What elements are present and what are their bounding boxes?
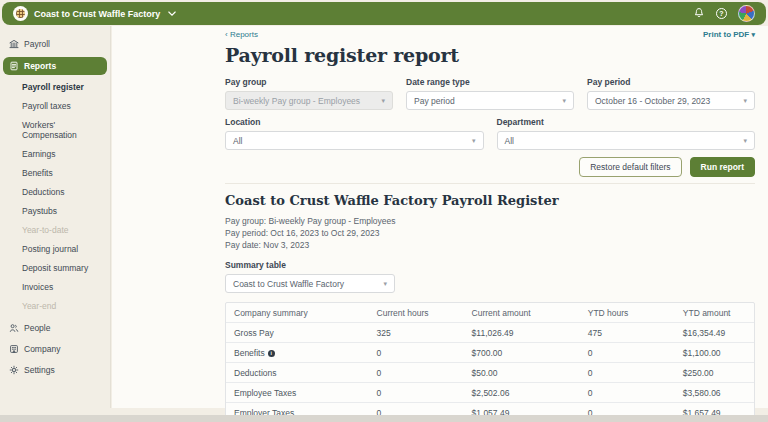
page-title: Payroll register report <box>225 44 755 66</box>
breadcrumb-back-link[interactable]: ‹ Reports <box>225 30 258 39</box>
print-to-pdf-button[interactable]: Print to PDF ▾ <box>703 30 755 39</box>
summary-table-label: Summary table <box>225 260 755 270</box>
sidebar-subitem-payroll-taxes[interactable]: Payroll taxes <box>0 101 110 111</box>
date-range-type-select[interactable]: Pay period ▾ <box>406 91 574 110</box>
register-pay-date: Pay date: Nov 3, 2023 <box>225 239 755 251</box>
sidebar-item-settings[interactable]: Settings <box>0 362 110 378</box>
help-icon[interactable]: ? <box>716 8 727 19</box>
filter-actions: Restore default filters Run report <box>225 157 755 177</box>
caret-down-icon: ▾ <box>383 280 387 288</box>
table-row-benefits: Benefitsi 0 $700.00 0 $1,100.00 <box>226 343 754 363</box>
table-row-employee-taxes: Employee Taxes 0 $2,502.06 0 $3,580.06 <box>226 383 754 403</box>
col-company-summary: Company summary <box>226 303 369 323</box>
sidebar-item-people[interactable]: People <box>0 320 110 336</box>
sidebar-subitem-posting-journal[interactable]: Posting journal <box>0 244 110 254</box>
summary-table: Company summary Current hours Current am… <box>225 302 755 415</box>
notifications-bell-icon[interactable] <box>693 5 705 23</box>
table-header-row: Company summary Current hours Current am… <box>226 303 754 323</box>
report-icon <box>9 61 19 71</box>
sidebar-item-reports[interactable]: Reports <box>3 57 107 75</box>
chevron-left-icon: ‹ <box>225 30 228 39</box>
pay-group-label: Pay group <box>225 77 393 87</box>
col-ytd-amount: YTD amount <box>675 303 754 323</box>
table-row-deductions: Deductions 0 $50.00 0 $250.00 <box>226 363 754 383</box>
topbar: Coast to Crust Waffle Factory ? <box>2 2 766 25</box>
table-row-gross-pay: Gross Pay 325 $11,026.49 475 $16,354.49 <box>226 323 754 343</box>
app-root: Coast to Crust Waffle Factory ? Payroll … <box>0 0 768 415</box>
location-select[interactable]: All ▾ <box>225 131 484 150</box>
caret-down-icon: ▾ <box>472 137 476 145</box>
header-row: ‹ Reports Print to PDF ▾ <box>225 28 755 40</box>
sidebar-subitem-deposit-summary[interactable]: Deposit summary <box>0 263 110 273</box>
sidebar-subitem-earnings[interactable]: Earnings <box>0 149 110 159</box>
col-current-hours: Current hours <box>369 303 464 323</box>
sidebar-subitem-year-to-date: Year-to-date <box>0 225 110 235</box>
restore-default-filters-button[interactable]: Restore default filters <box>579 157 681 177</box>
section-divider <box>225 183 755 184</box>
sidebar-subitem-payroll-register[interactable]: Payroll register <box>0 82 110 92</box>
run-report-button[interactable]: Run report <box>690 157 755 177</box>
caret-down-icon: ▾ <box>743 97 747 105</box>
sidebar-item-label: Reports <box>24 61 56 71</box>
sidebar-subitem-invoices[interactable]: Invoices <box>0 282 110 292</box>
department-select[interactable]: All ▾ <box>497 131 756 150</box>
building-icon <box>9 344 19 354</box>
sidebar-item-label: Payroll <box>24 39 50 49</box>
sidebar-subitem-deductions[interactable]: Deductions <box>0 187 110 197</box>
sidebar-item-label: Company <box>24 344 60 354</box>
caret-down-icon: ▾ <box>562 97 566 105</box>
bank-icon <box>9 39 19 49</box>
table-row-employer-taxes: Employer Taxes 0 $1,057.49 0 $1,657.49 <box>226 403 754 416</box>
company-logo-icon <box>13 6 28 21</box>
sidebar-subitem-workers-compensation[interactable]: Workers' Compensation <box>0 120 110 140</box>
company-name: Coast to Crust Waffle Factory <box>34 9 160 19</box>
user-avatar[interactable] <box>738 5 755 22</box>
department-label: Department <box>497 117 756 127</box>
chevron-down-icon <box>168 11 176 17</box>
company-switcher[interactable]: Coast to Crust Waffle Factory <box>13 6 176 21</box>
filters-row-1: Pay group Bi-weekly Pay group - Employee… <box>225 77 755 110</box>
sidebar-subitem-benefits[interactable]: Benefits <box>0 168 110 178</box>
sidebar-subitem-paystubs[interactable]: Paystubs <box>0 206 110 216</box>
topbar-actions: ? <box>693 5 755 23</box>
col-current-amount: Current amount <box>464 303 580 323</box>
caret-down-icon: ▾ <box>381 97 385 105</box>
date-range-type-label: Date range type <box>406 77 574 87</box>
col-ytd-hours: YTD hours <box>580 303 675 323</box>
location-label: Location <box>225 117 484 127</box>
gear-icon <box>9 365 19 375</box>
sidebar-item-payroll[interactable]: Payroll <box>0 36 110 52</box>
pay-group-select: Bi-weekly Pay group - Employees ▾ <box>225 91 393 110</box>
info-icon[interactable]: i <box>268 350 275 357</box>
sidebar: Payroll Reports Payroll register Payroll… <box>0 26 111 408</box>
pay-period-select[interactable]: October 16 - October 29, 2023 ▾ <box>587 91 755 110</box>
register-title: Coast to Crust Waffle Factory Payroll Re… <box>225 193 755 208</box>
people-icon <box>9 323 19 333</box>
register-pay-group: Pay group: Bi-weekly Pay group - Employe… <box>225 215 755 227</box>
filters-row-2: Location All ▾ Department All ▾ <box>225 117 755 150</box>
register-pay-period: Pay period: Oct 16, 2023 to Oct 29, 2023 <box>225 227 755 239</box>
pay-period-label: Pay period <box>587 77 755 87</box>
caret-down-icon: ▾ <box>743 137 747 145</box>
summary-table-select[interactable]: Coast to Crust Waffle Factory ▾ <box>225 274 395 293</box>
sidebar-subitem-year-end: Year-end <box>0 301 110 311</box>
main-content: ‹ Reports Print to PDF ▾ Payroll registe… <box>112 26 768 408</box>
sidebar-item-label: Settings <box>24 365 55 375</box>
caret-down-icon: ▾ <box>751 31 755 38</box>
sidebar-item-label: People <box>24 323 50 333</box>
sidebar-item-company[interactable]: Company <box>0 341 110 357</box>
